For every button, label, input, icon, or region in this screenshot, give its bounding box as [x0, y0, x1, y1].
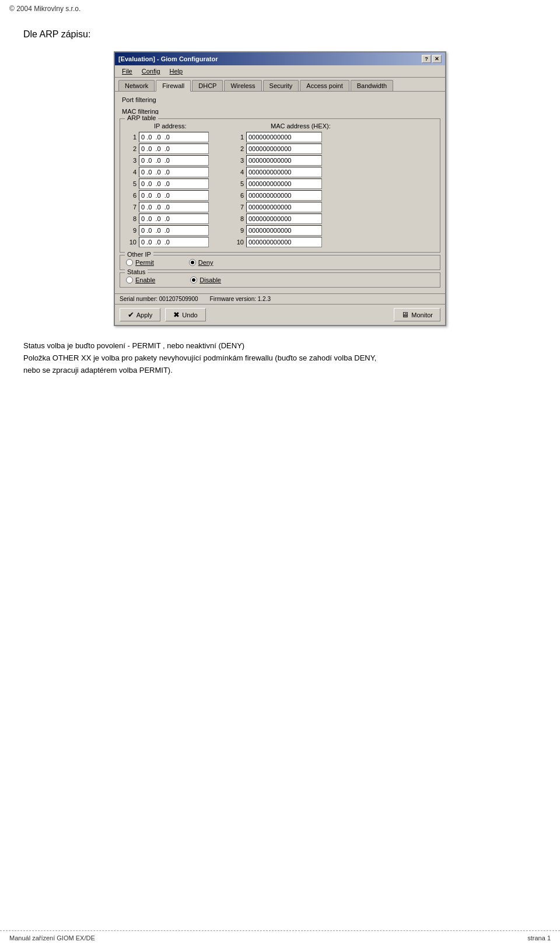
apply-button[interactable]: ✔ Apply: [120, 308, 160, 321]
table-row: 9 9: [125, 225, 435, 236]
ip-input[interactable]: [139, 214, 209, 224]
enable-option[interactable]: Enable: [126, 276, 155, 284]
ip-input[interactable]: [139, 132, 209, 142]
monitor-icon: 🖥: [401, 310, 409, 319]
menu-file[interactable]: File: [117, 66, 137, 76]
mac-input[interactable]: [246, 202, 322, 212]
mac-input[interactable]: [246, 144, 322, 154]
tab-dhcp[interactable]: DHCP: [192, 80, 223, 91]
mac-row-num: 10: [232, 239, 244, 246]
ip-input[interactable]: [139, 178, 209, 189]
menubar: File Config Help: [115, 65, 445, 78]
footer-left: Manuál zařízení GIOM EX/DE: [9, 935, 95, 942]
arp-table-group: ARP table IP address: MAC address (HEX):…: [120, 118, 440, 253]
ip-row-num: 2: [125, 145, 136, 152]
apply-icon: ✔: [128, 310, 134, 319]
copyright: © 2004 Mikrovlny s.r.o.: [9, 5, 80, 13]
status-legend: Status: [125, 268, 148, 275]
section-title: Dle ARP zápisu:: [23, 29, 537, 40]
ip-input[interactable]: [139, 237, 209, 247]
ip-row-num: 10: [125, 239, 136, 246]
ip-address-header: IP address:: [154, 123, 236, 130]
mac-row-num: 7: [232, 204, 244, 211]
ip-input[interactable]: [139, 144, 209, 154]
footer-right: strana 1: [527, 935, 551, 942]
tab-firewall[interactable]: Firewall: [156, 80, 191, 92]
ip-row-num: 7: [125, 204, 136, 211]
ip-input[interactable]: [139, 202, 209, 212]
mac-input[interactable]: [246, 167, 322, 177]
ip-row-num: 3: [125, 157, 136, 164]
ip-row-num: 5: [125, 180, 136, 187]
other-ip-legend: Other IP: [125, 251, 153, 258]
mac-filtering-section: MAC filtering: [120, 107, 440, 116]
tab-security[interactable]: Security: [263, 80, 299, 91]
table-row: 3 3: [125, 155, 435, 166]
ip-input[interactable]: [139, 225, 209, 236]
table-row: 2 2: [125, 144, 435, 154]
arp-table-legend: ARP table: [125, 114, 158, 121]
disable-label: Disable: [200, 276, 221, 284]
mac-input[interactable]: [246, 237, 322, 247]
body-line3: nebo se zpracuji adaptérem volba PERMIT)…: [23, 365, 525, 377]
titlebar: [Evaluation] - Giom Configurator ? ✕: [115, 52, 445, 65]
tab-accesspoint[interactable]: Access point: [300, 80, 349, 91]
table-row: 4 4: [125, 167, 435, 177]
ip-input[interactable]: [139, 167, 209, 177]
permit-option[interactable]: Permit: [126, 259, 154, 266]
help-button[interactable]: ?: [422, 55, 431, 63]
tab-network[interactable]: Network: [118, 80, 155, 91]
window-title: [Evaluation] - Giom Configurator: [118, 55, 218, 62]
serial-number: Serial number: 001207509900: [120, 296, 198, 302]
undo-icon: ✖: [173, 310, 180, 319]
ip-input[interactable]: [139, 190, 209, 201]
menu-help[interactable]: Help: [165, 66, 188, 76]
deny-label: Deny: [198, 259, 214, 266]
table-row: 8 8: [125, 214, 435, 224]
enable-radio[interactable]: [126, 276, 133, 284]
tab-bandwidth[interactable]: Bandwidth: [351, 80, 393, 91]
mac-row-num: 3: [232, 157, 244, 164]
table-row: 10 10: [125, 237, 435, 247]
ip-row-num: 9: [125, 227, 136, 234]
deny-option[interactable]: Deny: [189, 259, 214, 266]
permit-radio[interactable]: [126, 259, 133, 266]
ip-row-num: 6: [125, 192, 136, 199]
mac-input[interactable]: [246, 225, 322, 236]
other-ip-group: Other IP Permit Deny: [120, 255, 440, 270]
application-window: [Evaluation] - Giom Configurator ? ✕ Fil…: [114, 51, 446, 326]
mac-input[interactable]: [246, 190, 322, 201]
disable-radio[interactable]: [190, 276, 197, 284]
table-row: 7 7: [125, 202, 435, 212]
mac-input[interactable]: [246, 155, 322, 166]
arp-header: IP address: MAC address (HEX):: [136, 123, 435, 130]
disable-option[interactable]: Disable: [190, 276, 221, 284]
port-filtering-section: Port filtering: [120, 95, 440, 104]
mac-address-header: MAC address (HEX):: [271, 123, 376, 130]
menu-config[interactable]: Config: [137, 66, 165, 76]
ip-input[interactable]: [139, 155, 209, 166]
close-button[interactable]: ✕: [432, 55, 442, 63]
window-buttons: ✔ Apply ✖ Undo 🖥 Monitor: [115, 304, 445, 325]
mac-row-num: 1: [232, 134, 244, 141]
mac-filtering-label: MAC filtering: [120, 107, 440, 116]
tab-wireless[interactable]: Wireless: [224, 80, 261, 91]
tabs: Network Firewall DHCP Wireless Security …: [115, 78, 445, 91]
mac-input[interactable]: [246, 214, 322, 224]
mac-input[interactable]: [246, 178, 322, 189]
page-footer: Manuál zařízení GIOM EX/DE strana 1: [0, 930, 560, 945]
right-buttons: 🖥 Monitor: [394, 308, 440, 321]
undo-button[interactable]: ✖ Undo: [165, 308, 206, 321]
port-filtering-label: Port filtering: [120, 95, 440, 104]
body-text: Status volba je buďto povolení - PERMIT …: [23, 340, 525, 376]
mac-row-num: 9: [232, 227, 244, 234]
monitor-button[interactable]: 🖥 Monitor: [394, 308, 440, 321]
ip-row-num: 1: [125, 134, 136, 141]
deny-radio[interactable]: [189, 259, 196, 266]
apply-label: Apply: [136, 312, 153, 318]
monitor-label: Monitor: [411, 312, 433, 318]
arp-rows: 1 1 2 2 3 3 4 4 5 5 6 6: [125, 132, 435, 247]
statusbar: Serial number: 001207509900 Firmware ver…: [115, 293, 445, 304]
table-row: 5 5: [125, 178, 435, 189]
mac-input[interactable]: [246, 132, 322, 142]
